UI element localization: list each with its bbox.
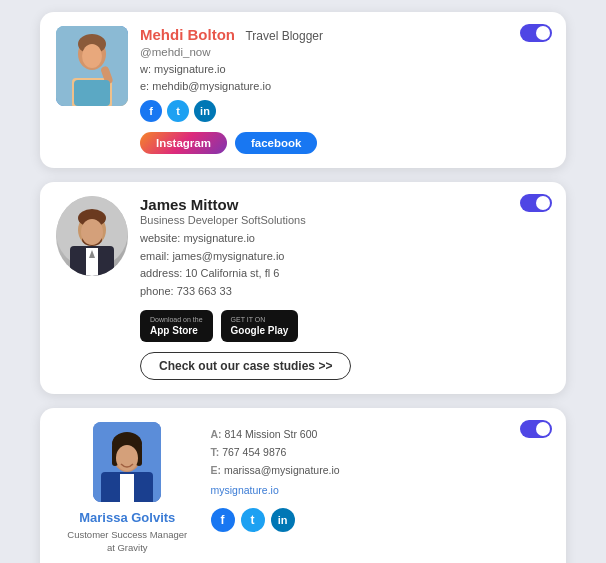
instagram-button[interactable]: Instagram [140,132,227,154]
james-avatar-svg [56,196,128,276]
mehdi-social-icons: f t in [140,100,550,122]
phone-label: T: [211,446,220,458]
case-studies-row: Check out our case studies >> [140,352,550,380]
marissa-linkedin-icon[interactable]: in [271,508,295,532]
svg-point-14 [81,219,103,245]
address-val: 814 Mission Str 600 [225,428,318,440]
email-val: marissa@mysignature.io [224,464,340,476]
james-website: website: mysignature.io [140,230,550,248]
marissa-twitter-icon[interactable]: t [241,508,265,532]
facebook-icon[interactable]: f [140,100,162,122]
card1-body: Mehdi Bolton Travel Blogger @mehdi_now w… [56,26,550,154]
marissa-website: mysignature.io [211,482,550,500]
signature-card-james: James Mittow Business Developer SoftSolu… [40,182,566,394]
card3-left: Marissa Golvits Customer Success Manager… [56,422,199,563]
toggle-knob [536,26,550,40]
card1-buttons: Instagram facebook [140,132,550,154]
james-name: James Mittow [140,196,550,213]
mehdi-name: Mehdi Bolton [140,26,235,43]
marissa-role: Customer Success Manager at Gravity [67,529,187,554]
case-studies-button[interactable]: Check out our case studies >> [140,352,351,380]
mehdi-avatar-svg [56,26,128,106]
appstore-top-label: Download on the [150,315,203,324]
card3-body: Marissa Golvits Customer Success Manager… [56,422,550,563]
svg-rect-6 [74,80,110,106]
appstore-main-label: App Store [150,324,198,337]
googleplay-button[interactable]: GET IT ON Google Play [221,310,299,342]
james-photo [56,196,128,276]
james-contact: website: mysignature.io email: james@mys… [140,230,550,300]
card2-info: James Mittow Business Developer SoftSolu… [140,196,550,380]
mehdi-contact: w: mysignature.io e: mehdib@mysignature.… [140,61,550,94]
marissa-facebook-icon[interactable]: f [211,508,235,532]
marissa-photo [93,422,161,502]
card2-buttons: Download on the App Store GET IT ON Goog… [140,310,550,342]
mehdi-handle: @mehdi_now [140,46,550,58]
marissa-name: Marissa Golvits [79,510,175,525]
email-label: E: [211,464,222,476]
marissa-social-icons: f t in [211,508,550,532]
marissa-role2: at Gravity [107,542,148,553]
toggle-knob-james [536,196,550,210]
signature-card-mehdi: Mehdi Bolton Travel Blogger @mehdi_now w… [40,12,566,168]
james-subtitle: Business Developer SoftSolutions [140,214,550,226]
marissa-role1: Customer Success Manager [67,529,187,540]
james-phone: phone: 733 663 33 [140,283,550,301]
card2-body: James Mittow Business Developer SoftSolu… [56,196,550,380]
googleplay-main-label: Google Play [231,324,289,337]
card1-name-row: Mehdi Bolton Travel Blogger [140,26,550,44]
toggle-knob-marissa [536,422,550,436]
mehdi-email: e: mehdib@mysignature.io [140,78,550,95]
james-address: address: 10 California st, fl 6 [140,265,550,283]
signature-card-marissa: Marissa Golvits Customer Success Manager… [40,408,566,563]
toggle-james[interactable] [520,194,552,212]
mehdi-website: w: mysignature.io [140,61,550,78]
marissa-contact: A: 814 Mission Str 600 T: 767 454 9876 E… [211,426,550,499]
mehdi-title: Travel Blogger [245,29,323,43]
svg-rect-17 [120,474,134,502]
marissa-phone-row: T: 767 454 9876 [211,444,550,462]
toggle-marissa[interactable] [520,420,552,438]
twitter-icon[interactable]: t [167,100,189,122]
googleplay-top-label: GET IT ON [231,315,266,324]
james-email: email: james@mysignature.io [140,248,550,266]
card3-right: A: 814 Mission Str 600 T: 767 454 9876 E… [211,422,550,531]
facebook-button[interactable]: facebook [235,132,318,154]
phone-val: 767 454 9876 [222,446,286,458]
marissa-address-row: A: 814 Mission Str 600 [211,426,550,444]
address-label: A: [211,428,222,440]
toggle-mehdi[interactable] [520,24,552,42]
appstore-button[interactable]: Download on the App Store [140,310,213,342]
svg-point-4 [82,44,102,68]
linkedin-icon[interactable]: in [194,100,216,122]
marissa-email-row: E: marissa@mysignature.io [211,462,550,480]
marissa-avatar-svg [93,422,161,502]
card1-info: Mehdi Bolton Travel Blogger @mehdi_now w… [140,26,550,154]
mehdi-photo [56,26,128,106]
